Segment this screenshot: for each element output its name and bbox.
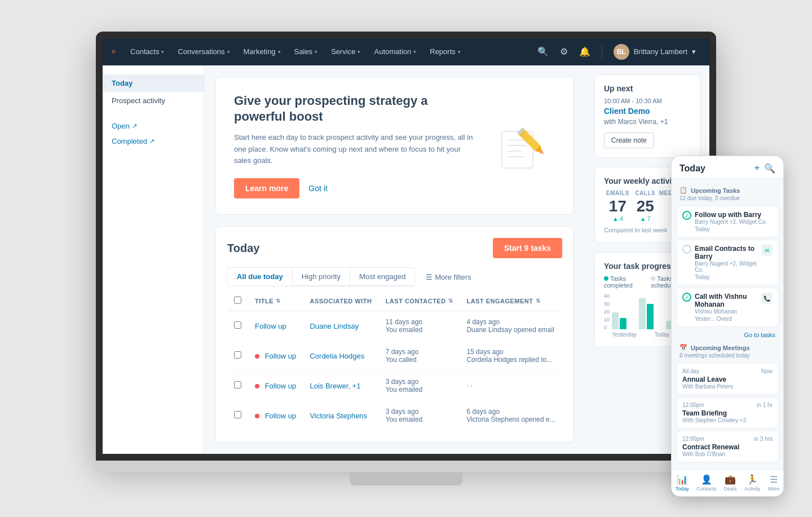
more-filters-button[interactable]: ☰ More filters <box>419 268 478 286</box>
mobile-meeting-item: 12:00pm Team Briefing With Stephen Crowl… <box>676 397 779 428</box>
nav-reports[interactable]: Reports ▾ <box>424 44 466 59</box>
search-icon[interactable]: 🔍 <box>764 163 775 174</box>
associated-contact-link[interactable]: Cordelia Hodges <box>310 352 364 360</box>
nav-service[interactable]: Service ▾ <box>325 44 366 59</box>
sidebar-link-completed[interactable]: Completed ↗ <box>103 134 204 149</box>
task-title-link[interactable]: Follow up <box>255 322 286 330</box>
associated-contact-link[interactable]: Lois Brewer, +1 <box>310 382 360 390</box>
mobile-meeting-item: 12:00pm Contract Renewal With Bob O'Bria… <box>676 431 779 462</box>
task-check-icon[interactable] <box>682 245 691 254</box>
row-checkbox[interactable] <box>234 411 241 418</box>
row-last-contacted-cell: 3 days ago You emailed <box>379 371 460 401</box>
chevron-down-icon: ▾ <box>227 49 230 55</box>
row-last-engagement-cell: · · <box>460 371 562 401</box>
th-checkbox <box>227 291 248 311</box>
external-link-icon: ↗ <box>149 138 155 145</box>
create-note-button[interactable]: Create note <box>604 132 654 148</box>
task-title-link[interactable]: Follow up <box>265 352 297 360</box>
chevron-down-icon: ▾ <box>278 49 281 55</box>
notifications-button[interactable]: 🔔 <box>575 43 595 60</box>
last-engagement-detail: Victoria Stephens opened e... <box>466 416 555 423</box>
last-engagement-time: 6 days ago <box>466 408 555 416</box>
row-last-contacted-cell: 7 days ago You called <box>379 341 460 371</box>
mobile-overlay: Today + 🔍 📋 Upcoming Tasks 12 due today,… <box>671 156 784 497</box>
mobile-nav-contacts[interactable]: 👤 Contacts <box>696 474 717 492</box>
sort-icon: ⇅ <box>536 298 541 304</box>
nav-sales[interactable]: Sales ▾ <box>289 44 324 59</box>
nav-contacts[interactable]: Contacts ▾ <box>125 44 170 59</box>
main-content-area: Give your prospecting strategy a powerfu… <box>204 65 585 454</box>
promo-title: Give your prospecting strategy a powerfu… <box>234 93 476 125</box>
select-all-checkbox[interactable] <box>234 297 241 304</box>
y-axis-0: 0 <box>604 325 610 330</box>
task-title-link[interactable]: Follow up <box>265 412 297 420</box>
last-engagement-detail: Duane Lindsay opened email <box>466 326 555 334</box>
mobile-title: Today <box>679 164 705 174</box>
meeting-attendees: with Marco Vierra, +1 <box>604 118 691 126</box>
filter-tabs-row: All due today High priority Most engaged… <box>227 267 562 286</box>
last-engagement-detail: Cordelia Hodges replied to... <box>466 356 555 364</box>
mobile-task-item: Email Contracts to Barry Barry Nugent +2… <box>676 240 779 285</box>
settings-button[interactable]: ⚙ <box>555 43 572 60</box>
sidebar-item-prospect-activity[interactable]: Prospect activity <box>103 92 204 109</box>
row-last-engagement-cell: 4 days ago Duane Lindsay opened email <box>460 311 562 341</box>
learn-more-button[interactable]: Learn more <box>234 178 299 198</box>
filter-tabs: All due today High priority Most engaged <box>227 267 414 286</box>
row-checkbox[interactable] <box>234 351 241 359</box>
sidebar-link-open[interactable]: Open ↗ <box>103 118 204 134</box>
up-arrow-icon: ▲ <box>612 215 619 222</box>
task-check-icon[interactable]: ✓ <box>682 293 691 302</box>
associated-contact-link[interactable]: Victoria Stephens <box>310 412 367 420</box>
last-contacted-method: You emailed <box>386 386 453 394</box>
chevron-down-icon: ▾ <box>161 49 164 55</box>
row-checkbox-cell <box>227 341 248 371</box>
mobile-meetings-section-header: 📅 Upcoming Meetings <box>672 341 783 352</box>
contacts-nav-icon: 👤 <box>701 474 712 485</box>
mobile-header: Today + 🔍 <box>672 156 783 179</box>
nav-marketing[interactable]: Marketing ▾ <box>238 44 286 59</box>
task-check-icon[interactable]: ✓ <box>682 211 691 220</box>
today-section: Today Start 9 tasks All due today High p… <box>215 226 574 443</box>
mobile-nav-deals[interactable]: 💼 Deals <box>724 474 737 492</box>
last-contacted-method: You emailed <box>386 416 453 423</box>
filter-tab-most-engaged[interactable]: Most engaged <box>350 267 415 286</box>
plus-icon[interactable]: + <box>754 163 760 174</box>
user-menu[interactable]: BL Brittany Lambert ▾ <box>609 42 700 62</box>
mobile-nav-today[interactable]: 📊 Today <box>676 474 689 492</box>
mobile-nav-activity[interactable]: 🏃 Activity <box>744 474 761 492</box>
meeting-time: 10:00 AM - 10:30 AM <box>604 98 691 104</box>
search-button[interactable]: 🔍 <box>533 43 553 60</box>
emails-delta: ▲ 4 <box>604 215 632 222</box>
got-it-button[interactable]: Got it <box>308 184 327 193</box>
nav-automation[interactable]: Automation ▾ <box>368 44 422 59</box>
row-title-cell: Follow up <box>248 401 303 431</box>
hubspot-logo: ▫ <box>112 45 116 58</box>
filter-tab-high-priority[interactable]: High priority <box>292 267 350 286</box>
today-nav-icon: 📊 <box>677 474 688 485</box>
sidebar-item-today[interactable]: Today <box>103 74 204 92</box>
filter-tab-all-due-today[interactable]: All due today <box>227 267 293 286</box>
row-checkbox[interactable] <box>234 381 241 388</box>
priority-dot <box>255 384 259 388</box>
table-row: Follow up Lois Brewer, +1 3 days ago You… <box>227 371 562 401</box>
bar-today-scheduled <box>639 298 646 329</box>
th-title: TITLE ⇅ <box>248 291 303 311</box>
last-engagement-time: 15 days ago <box>466 348 555 356</box>
row-assoc-cell: Duane Lindsay <box>303 311 378 341</box>
last-engagement-time: 4 days ago <box>466 318 555 326</box>
nav-conversations[interactable]: Conversations ▾ <box>172 44 235 59</box>
mobile-nav-more[interactable]: ☰ More <box>768 474 780 492</box>
row-checkbox[interactable] <box>234 321 241 329</box>
scheduled-dot <box>651 276 655 281</box>
calls-delta: ▲ 7 <box>632 215 659 222</box>
start-tasks-button[interactable]: Start 9 tasks <box>493 238 562 258</box>
row-last-engagement-cell: 6 days ago Victoria Stephens opened e... <box>460 401 562 431</box>
associated-contact-link[interactable]: Duane Lindsay <box>310 322 359 330</box>
row-title-cell: Follow up <box>248 371 303 401</box>
go-to-tasks-link[interactable]: Go to tasks <box>672 329 783 341</box>
meeting-title[interactable]: Client Demo <box>604 107 691 116</box>
user-avatar: BL <box>614 44 629 60</box>
table-row: Follow up Cordelia Hodges 7 days ago You… <box>227 341 562 371</box>
mobile-task-item: ✓ Call with Vishnu Mohanan Vishnu Mohana… <box>676 288 779 327</box>
task-title-link[interactable]: Follow up <box>265 382 297 390</box>
